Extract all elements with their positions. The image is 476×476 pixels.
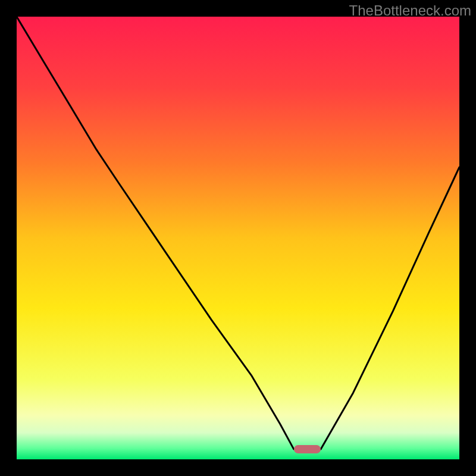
- chart-container: TheBottleneck.com: [0, 0, 476, 476]
- optimal-marker: [294, 445, 321, 453]
- plot-area: [17, 17, 459, 459]
- bottleneck-curve: [17, 17, 459, 459]
- watermark-text: TheBottleneck.com: [349, 2, 471, 19]
